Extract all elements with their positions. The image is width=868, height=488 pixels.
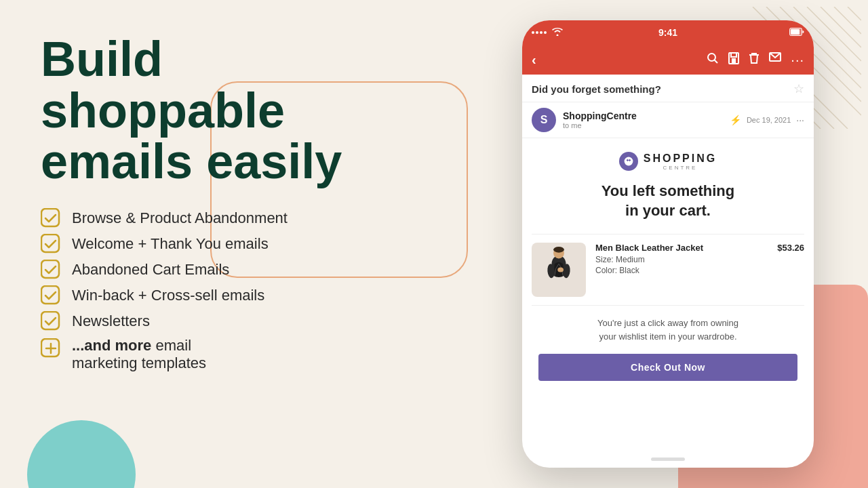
email-toolbar: ‹ <box>522 45 814 75</box>
wifi-icon <box>552 28 563 38</box>
cart-headline: You left somethingin your cart. <box>532 182 804 220</box>
svg-point-30 <box>553 247 564 253</box>
sender-name: ShoppingCentre <box>563 110 723 121</box>
phone-frame: 9:41 ‹ <box>522 20 814 468</box>
left-content: Build shoppable emails easily Browse & P… <box>41 34 461 378</box>
check-icon <box>41 285 61 306</box>
svg-point-22 <box>708 54 715 61</box>
feature-text-3: Abandoned Cart Emails <box>72 261 229 279</box>
email-body: SHOPPING CENTRE You left somethingin you… <box>522 138 814 394</box>
feature-text-5: Newsletters <box>72 312 150 330</box>
svg-rect-15 <box>41 286 59 304</box>
list-item: Newsletters <box>41 311 461 331</box>
check-icon <box>41 260 61 280</box>
mail-icon[interactable] <box>769 52 781 68</box>
signal-dot <box>532 31 534 34</box>
signal-dot <box>536 31 538 34</box>
svg-rect-25 <box>732 59 735 62</box>
plus-icon <box>41 338 61 359</box>
shop-name-group: SHOPPING CENTRE <box>644 152 717 171</box>
cta-section: You're just a click away from owningyour… <box>532 317 804 381</box>
signal-dot <box>544 31 547 34</box>
save-icon[interactable] <box>728 52 739 68</box>
feature-text-6: ...and more emailmarketing templates <box>72 337 206 372</box>
signal-dot <box>540 31 542 34</box>
toolbar-icons: ··· <box>707 52 804 68</box>
feature-list: Browse & Product Abandonment Welcome + T… <box>41 208 461 372</box>
email-header: Did you forget something? ☆ <box>522 75 814 102</box>
checkout-button[interactable]: Check Out Now <box>538 354 797 381</box>
cta-text: You're just a click away from owningyour… <box>538 317 797 343</box>
sender-info: ShoppingCentre to me <box>563 110 723 129</box>
product-size: Size: Medium <box>595 255 804 264</box>
lightning-icon: ⚡ <box>730 115 741 125</box>
feature-text-1: Browse & Product Abandonment <box>72 209 288 227</box>
svg-rect-13 <box>41 235 59 252</box>
product-price: $53.26 <box>777 243 804 253</box>
bg-teal-circle <box>27 420 136 488</box>
product-color: Color: Black <box>595 266 804 275</box>
product-image <box>532 243 586 297</box>
check-icon <box>41 208 61 228</box>
check-icon <box>41 234 61 254</box>
email-sender-row: S ShoppingCentre to me ⚡ Dec 19, 2021 ··… <box>522 102 814 138</box>
svg-rect-12 <box>41 209 59 226</box>
list-item: Win-back + Cross-sell emails <box>41 285 461 306</box>
email-date: Dec 19, 2021 <box>747 116 791 124</box>
svg-point-27 <box>624 157 633 166</box>
check-icon <box>41 311 61 331</box>
shop-logo: SHOPPING CENTRE <box>532 152 804 171</box>
svg-line-4 <box>807 7 861 61</box>
search-icon[interactable] <box>707 52 719 68</box>
more-icon[interactable]: ··· <box>791 52 804 68</box>
shop-sub: CENTRE <box>644 165 717 171</box>
list-item: Welcome + Thank You emails <box>41 234 461 254</box>
status-time: 9:41 <box>658 27 677 38</box>
svg-rect-21 <box>791 29 800 35</box>
feature-text-2: Welcome + Thank You emails <box>72 235 269 253</box>
product-name: Men Black Leather Jacket <box>595 243 703 253</box>
battery-icon <box>789 26 804 39</box>
home-indicator <box>651 458 685 461</box>
sender-to: to me <box>563 121 723 129</box>
shop-name: SHOPPING <box>644 152 717 165</box>
status-bar: 9:41 <box>522 20 814 45</box>
back-button[interactable]: ‹ <box>532 52 536 68</box>
product-details: Men Black Leather Jacket $53.26 Size: Me… <box>595 243 804 277</box>
trash-icon[interactable] <box>749 52 760 68</box>
phone-mockup: 9:41 ‹ <box>522 20 814 468</box>
star-icon[interactable]: ☆ <box>793 81 804 96</box>
email-meta-right: ⚡ Dec 19, 2021 ··· <box>730 115 804 125</box>
list-item: Browse & Product Abandonment <box>41 208 461 228</box>
list-item: Abandoned Cart Emails <box>41 260 461 280</box>
svg-point-33 <box>557 268 564 272</box>
signal-bars <box>532 31 547 34</box>
status-right <box>789 26 804 39</box>
svg-line-6 <box>834 7 861 34</box>
headline: Build shoppable emails easily <box>41 34 461 188</box>
svg-line-23 <box>715 60 718 63</box>
svg-line-7 <box>848 7 861 20</box>
list-item-more: ...and more emailmarketing templates <box>41 337 461 372</box>
svg-line-5 <box>821 7 861 47</box>
status-left <box>532 28 563 38</box>
product-row: Men Black Leather Jacket $53.26 Size: Me… <box>532 234 804 306</box>
shop-logo-icon <box>619 152 638 171</box>
feature-text-4: Win-back + Cross-sell emails <box>72 287 264 304</box>
email-subject: Did you forget something? <box>532 83 661 95</box>
svg-rect-14 <box>41 260 59 278</box>
email-options-icon[interactable]: ··· <box>796 115 804 125</box>
sender-avatar: S <box>532 108 556 132</box>
svg-rect-16 <box>41 312 59 329</box>
